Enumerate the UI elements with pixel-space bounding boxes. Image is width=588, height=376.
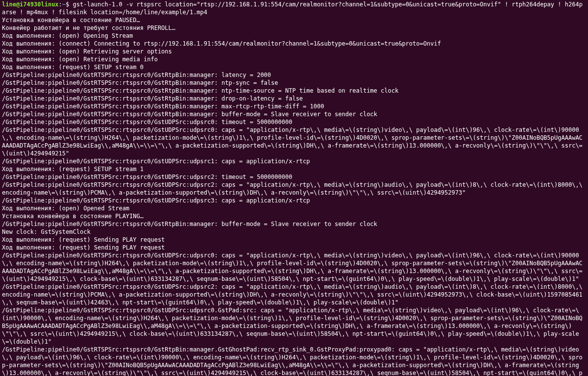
- output-lines: Установка конвейера в состояние PAUSED… …: [2, 16, 586, 376]
- command-text: gst-launch-1.0 -v rtspsrc location="rtsp…: [2, 1, 583, 16]
- prompt-path: ~: [62, 1, 66, 8]
- terminal-output[interactable]: line@i74930linux:~$ gst-launch-1.0 -v rt…: [0, 0, 588, 376]
- prompt-user-host: line@i74930linux: [2, 1, 59, 8]
- prompt-dollar: $: [66, 1, 73, 8]
- prompt-colon: :: [59, 1, 62, 8]
